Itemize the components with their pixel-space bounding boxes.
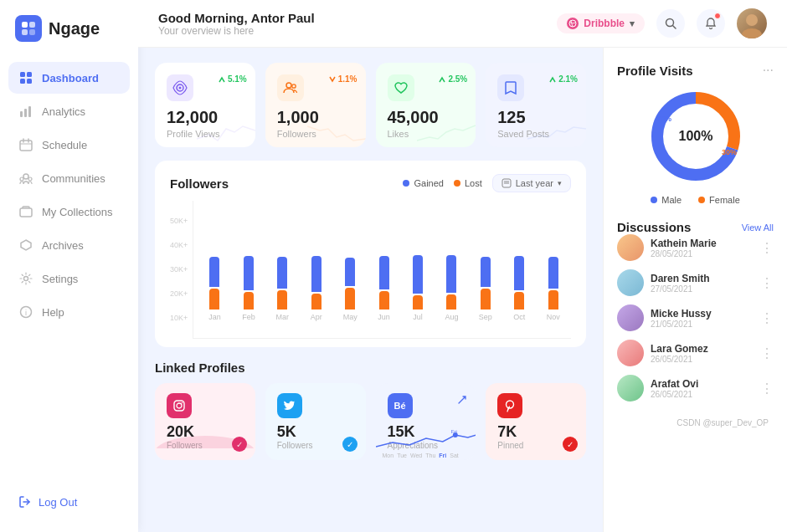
svg-rect-11 [20,141,32,151]
discussion-name: Lara Gomez [651,343,754,355]
sidebar-item-label: Setings [42,273,78,285]
svg-rect-6 [20,79,25,84]
svg-rect-0 [22,22,28,28]
schedule-icon [18,137,33,152]
bar-group-aug: Aug [437,212,466,321]
search-button[interactable] [656,9,685,38]
twitter-check: ✓ [342,437,357,452]
legend-gained: Gained [403,178,443,188]
content-area: 12,000 Profile Views 5.1% 1,000 Follower… [138,48,787,532]
svg-rect-1 [29,22,35,28]
discussion-avatar [617,269,644,296]
donut-chart: 100% 70% 30% [646,86,746,187]
profile-visits-widget: Profile Visits ··· 100% [617,63,774,205]
lost-dot [454,180,460,187]
linked-card-behance: Bé 15K Appreciations Fri [376,383,476,460]
sidebar-logo: Ngage [0,15,138,62]
view-all-button[interactable]: View All [742,223,774,233]
chart-filter-label: Last year [516,178,553,188]
svg-text:30%: 30% [721,148,736,156]
center-content: 12,000 Profile Views 5.1% 1,000 Follower… [138,48,603,532]
sidebar-item-settings[interactable]: Setings [8,263,130,294]
donut-legend: Male Female [617,195,774,205]
sidebar-item-communities[interactable]: Communities [8,162,130,194]
pinterest-value: 7K [497,423,574,441]
discussion-more-icon[interactable]: ⋮ [760,345,774,361]
stat-card-saved-posts: 125 Saved Posts 2.1% [486,63,586,147]
bar-chart: 50K+ 40K+ 30K+ 20K+ 10K+ JanFebMarAprMay… [170,201,571,339]
platform-name: Dribbble [584,18,625,29]
bar-orange [345,288,355,309]
stat-card-followers: 1,000 Followers 1.1% [265,63,366,147]
svg-point-16 [20,177,23,181]
settings-icon [18,271,33,286]
linked-card-twitter: 5K Followers ✓ [265,383,366,460]
bar-group-feb: Feb [234,212,263,321]
svg-text:100%: 100% [678,129,712,143]
bar-group-jan: Jan [200,212,229,321]
bar-group-mar: Mar [268,212,296,321]
discussion-more-icon[interactable]: ⋮ [760,381,774,396]
chart-filter-button[interactable]: Last year ▾ [492,174,571,192]
bar-orange [413,295,423,309]
behance-days: Mon Tue Wed Thu Fri Sat [383,453,459,458]
stat-cards: 12,000 Profile Views 5.1% 1,000 Follower… [155,63,586,147]
discussion-avatar [617,340,644,366]
notifications-button[interactable] [697,9,725,38]
x-label: Jul [413,313,423,321]
svg-rect-4 [20,72,25,77]
twitter-value: 5K [277,423,354,441]
profile-visits-title: Profile Visits [617,64,693,78]
svg-text:Fri: Fri [450,430,456,434]
analytics-icon [18,104,33,119]
sidebar-item-analytics[interactable]: Analytics [8,95,130,127]
svg-rect-2 [22,29,28,35]
sidebar-item-my-collections[interactable]: My Collections [8,196,130,228]
discussion-name: Daren Smith [651,273,754,284]
svg-point-17 [28,177,32,181]
filter-chevron-icon: ▾ [558,179,562,187]
x-label: Nov [547,313,560,321]
discussion-more-icon[interactable]: ⋮ [760,275,774,291]
svg-point-42 [507,401,514,408]
platform-badge[interactable]: Dribbble ▾ [557,13,645,33]
sidebar-item-dashboard[interactable]: Dashboard [8,62,130,94]
logout-button[interactable]: Log Out [0,487,138,517]
sidebar-item-schedule[interactable]: Schedule [8,129,130,161]
legend-lost: Lost [454,178,482,188]
discussion-more-icon[interactable]: ⋮ [760,240,774,256]
twitter-icon [277,393,302,418]
sidebar-item-label: Schedule [42,139,87,151]
sidebar-item-label: Archives [42,239,84,252]
bar-blue [548,257,558,289]
followers-chart-title: Followers [170,176,229,191]
bar-blue [244,256,254,290]
svg-rect-10 [28,106,31,117]
header-greeting: Good Morning, Antor Paul Your overview i… [158,11,315,37]
discussion-date: 28/05/2021 [651,249,754,258]
x-label: Aug [445,313,458,321]
discussion-info: Kathein Marie 28/05/2021 [651,238,754,258]
x-label: Feb [242,313,255,321]
x-label: Jan [208,313,221,321]
more-options-icon[interactable]: ··· [763,63,774,78]
discussion-more-icon[interactable]: ⋮ [760,310,774,326]
user-avatar[interactable] [737,8,767,38]
discussion-item: Micke Hussy 21/05/2021 ⋮ [617,304,774,331]
sidebar-item-label: Help [42,306,64,319]
svg-point-37 [177,403,182,408]
main-area: Good Morning, Antor Paul Your overview i… [138,0,787,532]
behance-expand-icon[interactable] [457,393,467,408]
bar-group-nov: Nov [539,212,568,321]
sidebar-item-archives[interactable]: Archives [8,229,130,261]
sidebar-item-help[interactable]: i Help [8,296,130,328]
sidebar-item-label: Analytics [42,105,85,118]
linked-card-pinterest: 7K Pinned ✓ [486,383,586,460]
discussion-item: Daren Smith 27/05/2021 ⋮ [617,269,774,296]
bar-orange [379,291,389,309]
discussion-item: Arafat Ovi 26/05/2021 ⋮ [617,375,774,402]
discussion-info: Arafat Ovi 26/05/2021 [651,378,754,399]
pinterest-check: ✓ [563,437,578,452]
user-name: Antor Paul [251,11,315,25]
svg-rect-8 [20,111,23,117]
